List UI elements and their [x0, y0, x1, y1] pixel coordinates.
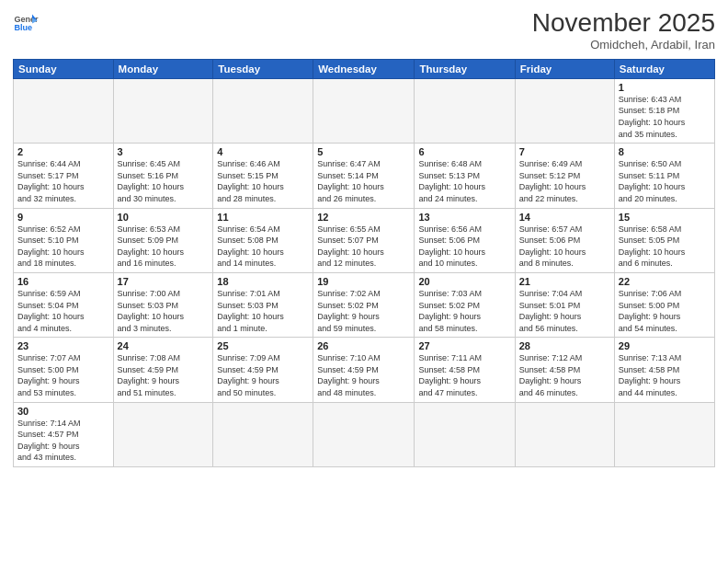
calendar-cell: 29Sunrise: 7:13 AM Sunset: 4:58 PM Dayli… — [614, 338, 714, 402]
calendar-cell: 1Sunrise: 6:43 AM Sunset: 5:18 PM Daylig… — [614, 78, 714, 143]
month-year-title: November 2025 — [532, 9, 715, 38]
day-number: 7 — [519, 146, 610, 157]
weekday-header: Friday — [515, 59, 614, 78]
calendar-cell: 7Sunrise: 6:49 AM Sunset: 5:12 PM Daylig… — [515, 144, 614, 208]
day-number: 9 — [17, 212, 109, 223]
day-info: Sunrise: 6:43 AM Sunset: 5:18 PM Dayligh… — [619, 94, 711, 140]
calendar-header-row: SundayMondayTuesdayWednesdayThursdayFrid… — [14, 59, 715, 78]
logo: General Blue — [13, 9, 39, 35]
weekday-header: Tuesday — [213, 59, 313, 78]
day-number: 1 — [619, 82, 711, 93]
day-info: Sunrise: 7:02 AM Sunset: 5:02 PM Dayligh… — [317, 288, 410, 334]
calendar-cell: 4Sunrise: 6:46 AM Sunset: 5:15 PM Daylig… — [213, 144, 313, 208]
calendar-cell: 20Sunrise: 7:03 AM Sunset: 5:02 PM Dayli… — [415, 272, 515, 337]
day-info: Sunrise: 7:04 AM Sunset: 5:01 PM Dayligh… — [519, 288, 610, 334]
calendar-week-row: 30Sunrise: 7:14 AM Sunset: 4:57 PM Dayli… — [14, 402, 715, 466]
day-number: 10 — [118, 212, 210, 223]
day-number: 21 — [519, 276, 610, 287]
calendar-cell: 16Sunrise: 6:59 AM Sunset: 5:04 PM Dayli… — [14, 272, 114, 337]
calendar-cell — [213, 78, 313, 143]
weekday-header: Saturday — [614, 59, 714, 78]
day-number: 28 — [519, 340, 610, 351]
calendar-cell — [415, 402, 515, 466]
day-info: Sunrise: 6:46 AM Sunset: 5:15 PM Dayligh… — [217, 158, 309, 204]
calendar-cell: 19Sunrise: 7:02 AM Sunset: 5:02 PM Dayli… — [313, 272, 415, 337]
day-info: Sunrise: 7:08 AM Sunset: 4:59 PM Dayligh… — [118, 352, 210, 398]
page: General Blue November 2025 Omidcheh, Ard… — [0, 0, 728, 563]
day-number: 25 — [217, 340, 309, 351]
day-info: Sunrise: 6:50 AM Sunset: 5:11 PM Dayligh… — [619, 158, 711, 204]
calendar-cell: 27Sunrise: 7:11 AM Sunset: 4:58 PM Dayli… — [415, 338, 515, 402]
day-info: Sunrise: 6:47 AM Sunset: 5:14 PM Dayligh… — [317, 158, 410, 204]
calendar-cell — [313, 402, 415, 466]
calendar-week-row: 23Sunrise: 7:07 AM Sunset: 5:00 PM Dayli… — [14, 338, 715, 402]
calendar-cell — [213, 402, 313, 466]
calendar-cell: 22Sunrise: 7:06 AM Sunset: 5:00 PM Dayli… — [614, 272, 714, 337]
day-number: 30 — [17, 406, 109, 417]
day-info: Sunrise: 7:11 AM Sunset: 4:58 PM Dayligh… — [418, 352, 510, 398]
calendar-cell: 30Sunrise: 7:14 AM Sunset: 4:57 PM Dayli… — [14, 402, 114, 466]
calendar-cell — [113, 402, 213, 466]
day-number: 17 — [118, 276, 210, 287]
day-info: Sunrise: 6:59 AM Sunset: 5:04 PM Dayligh… — [17, 288, 109, 334]
day-info: Sunrise: 7:07 AM Sunset: 5:00 PM Dayligh… — [17, 352, 109, 398]
calendar-cell: 14Sunrise: 6:57 AM Sunset: 5:06 PM Dayli… — [515, 208, 614, 272]
day-info: Sunrise: 6:49 AM Sunset: 5:12 PM Dayligh… — [519, 158, 610, 204]
day-number: 18 — [217, 276, 309, 287]
day-number: 11 — [217, 212, 309, 223]
day-number: 3 — [118, 146, 210, 157]
day-info: Sunrise: 7:12 AM Sunset: 4:58 PM Dayligh… — [519, 352, 610, 398]
calendar-cell: 15Sunrise: 6:58 AM Sunset: 5:05 PM Dayli… — [614, 208, 714, 272]
day-number: 14 — [519, 212, 610, 223]
day-info: Sunrise: 7:03 AM Sunset: 5:02 PM Dayligh… — [418, 288, 510, 334]
day-info: Sunrise: 6:44 AM Sunset: 5:17 PM Dayligh… — [17, 158, 109, 204]
day-number: 23 — [17, 340, 109, 351]
calendar-cell: 10Sunrise: 6:53 AM Sunset: 5:09 PM Dayli… — [113, 208, 213, 272]
day-info: Sunrise: 6:48 AM Sunset: 5:13 PM Dayligh… — [418, 158, 510, 204]
day-info: Sunrise: 7:01 AM Sunset: 5:03 PM Dayligh… — [217, 288, 309, 334]
day-number: 20 — [418, 276, 510, 287]
day-number: 6 — [418, 146, 510, 157]
day-number: 12 — [317, 212, 410, 223]
day-number: 22 — [619, 276, 711, 287]
calendar-table: SundayMondayTuesdayWednesdayThursdayFrid… — [13, 59, 715, 467]
day-info: Sunrise: 7:00 AM Sunset: 5:03 PM Dayligh… — [118, 288, 210, 334]
day-number: 26 — [317, 340, 410, 351]
calendar-cell: 12Sunrise: 6:55 AM Sunset: 5:07 PM Dayli… — [313, 208, 415, 272]
calendar-week-row: 2Sunrise: 6:44 AM Sunset: 5:17 PM Daylig… — [14, 144, 715, 208]
day-info: Sunrise: 6:58 AM Sunset: 5:05 PM Dayligh… — [619, 224, 711, 270]
day-info: Sunrise: 7:13 AM Sunset: 4:58 PM Dayligh… — [619, 352, 711, 398]
day-number: 2 — [17, 146, 109, 157]
day-number: 4 — [217, 146, 309, 157]
day-number: 13 — [418, 212, 510, 223]
calendar-week-row: 9Sunrise: 6:52 AM Sunset: 5:10 PM Daylig… — [14, 208, 715, 272]
day-number: 19 — [317, 276, 410, 287]
day-number: 5 — [317, 146, 410, 157]
calendar-cell: 13Sunrise: 6:56 AM Sunset: 5:06 PM Dayli… — [415, 208, 515, 272]
calendar-cell: 2Sunrise: 6:44 AM Sunset: 5:17 PM Daylig… — [14, 144, 114, 208]
calendar-cell: 26Sunrise: 7:10 AM Sunset: 4:59 PM Dayli… — [313, 338, 415, 402]
day-info: Sunrise: 6:53 AM Sunset: 5:09 PM Dayligh… — [118, 224, 210, 270]
calendar-cell: 21Sunrise: 7:04 AM Sunset: 5:01 PM Dayli… — [515, 272, 614, 337]
weekday-header: Sunday — [14, 59, 114, 78]
calendar-cell: 3Sunrise: 6:45 AM Sunset: 5:16 PM Daylig… — [113, 144, 213, 208]
header: General Blue November 2025 Omidcheh, Ard… — [13, 9, 715, 52]
calendar-cell: 5Sunrise: 6:47 AM Sunset: 5:14 PM Daylig… — [313, 144, 415, 208]
location-label: Omidcheh, Ardabil, Iran — [532, 38, 715, 52]
calendar-cell: 8Sunrise: 6:50 AM Sunset: 5:11 PM Daylig… — [614, 144, 714, 208]
calendar-cell — [313, 78, 415, 143]
weekday-header: Wednesday — [313, 59, 415, 78]
day-info: Sunrise: 7:06 AM Sunset: 5:00 PM Dayligh… — [619, 288, 711, 334]
day-info: Sunrise: 7:14 AM Sunset: 4:57 PM Dayligh… — [17, 418, 109, 464]
calendar-week-row: 1Sunrise: 6:43 AM Sunset: 5:18 PM Daylig… — [14, 78, 715, 143]
title-block: November 2025 Omidcheh, Ardabil, Iran — [532, 9, 715, 52]
day-info: Sunrise: 7:10 AM Sunset: 4:59 PM Dayligh… — [317, 352, 410, 398]
day-number: 8 — [619, 146, 711, 157]
day-number: 16 — [17, 276, 109, 287]
day-info: Sunrise: 7:09 AM Sunset: 4:59 PM Dayligh… — [217, 352, 309, 398]
weekday-header: Monday — [113, 59, 213, 78]
day-info: Sunrise: 6:52 AM Sunset: 5:10 PM Dayligh… — [17, 224, 109, 270]
calendar-cell — [415, 78, 515, 143]
day-number: 29 — [619, 340, 711, 351]
calendar-cell — [515, 402, 614, 466]
